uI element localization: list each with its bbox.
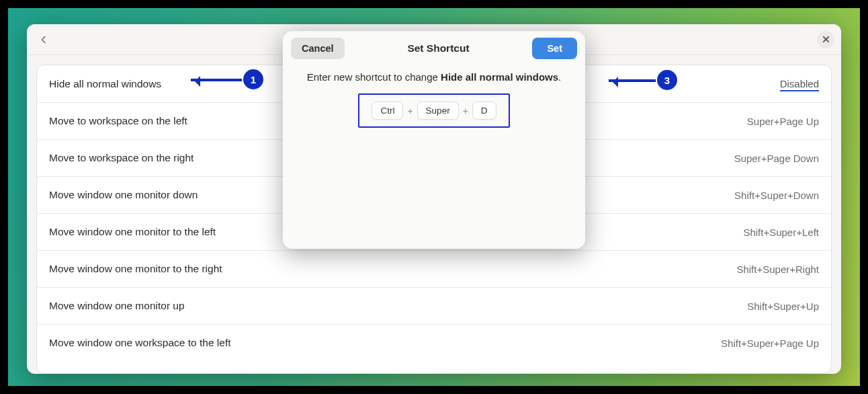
shortcut-row-label: Move window one monitor to the right [49, 263, 222, 275]
dialog-header: Cancel Set Shortcut Set [283, 31, 585, 65]
shortcut-row[interactable]: Move window one workspace to the leftShi… [37, 324, 831, 361]
dialog-prompt: Enter new shortcut to change Hide all no… [300, 71, 568, 83]
shortcut-row[interactable]: Move window one monitor to the rightShif… [37, 250, 831, 287]
shortcut-row-label: Move window one workspace to the left [49, 337, 231, 349]
key-d: D [472, 102, 496, 120]
shortcut-value: Shift+Super+Up [747, 301, 819, 312]
shortcut-row-label: Hide all normal windows [49, 78, 161, 90]
shortcut-row-label: Move to workspace on the left [49, 115, 187, 127]
back-button[interactable] [34, 30, 54, 50]
shortcut-row-label: Move window one monitor down [49, 189, 198, 201]
shortcut-value: Super+Page Up [747, 116, 819, 127]
shortcut-value: Disabled [780, 78, 819, 89]
shortcut-value: Shift+Super+Left [743, 227, 819, 238]
shortcut-row[interactable]: Move window one monitor upShift+Super+Up [37, 287, 831, 324]
shortcut-value: Shift+Super+Page Up [721, 338, 819, 349]
shortcut-keys-display: Ctrl+Super+D [358, 93, 509, 128]
key-ctrl: Ctrl [372, 102, 403, 120]
shortcut-value: Shift+Super+Right [736, 264, 819, 275]
shortcut-row-label: Move window one monitor up [49, 300, 185, 312]
dialog-title: Set Shortcut [407, 42, 469, 54]
key-super: Super [417, 102, 459, 120]
shortcut-value: Super+Page Down [734, 153, 819, 164]
plus-separator: + [407, 106, 413, 116]
close-icon [822, 36, 830, 43]
shortcut-row-label: Move window one monitor to the left [49, 226, 216, 238]
set-shortcut-dialog: Cancel Set Shortcut Set Enter new shortc… [283, 31, 585, 249]
plus-separator: + [463, 106, 468, 116]
chevron-left-icon [39, 35, 48, 44]
set-button[interactable]: Set [532, 38, 577, 59]
shortcut-row-label: Move to workspace on the right [49, 152, 193, 164]
shortcut-value: Shift+Super+Down [734, 190, 819, 201]
cancel-button[interactable]: Cancel [291, 38, 345, 59]
close-button[interactable] [817, 31, 834, 48]
